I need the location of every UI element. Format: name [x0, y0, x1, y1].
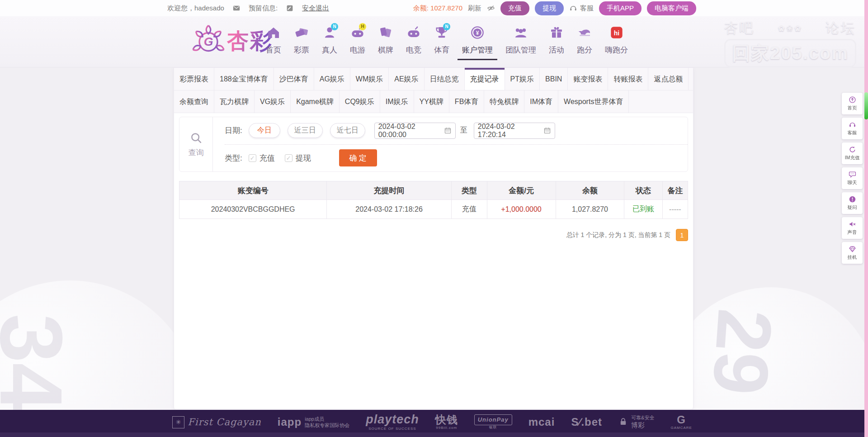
- table-cell: 1,027.8270: [556, 200, 624, 219]
- pagination-summary: 总计 1 个记录, 分为 1 页, 当前第 1 页: [566, 231, 670, 239]
- message-icon[interactable]: [232, 4, 241, 12]
- tab[interactable]: IM体育: [524, 90, 558, 113]
- tab[interactable]: CQ9娱乐: [340, 90, 380, 113]
- nav-item-promo[interactable]: 活动: [544, 25, 569, 60]
- scrollbar-track[interactable]: [864, 0, 868, 437]
- logout-link[interactable]: 安全退出: [302, 4, 329, 13]
- mobile-app-button[interactable]: 手机APP: [599, 1, 642, 15]
- tab[interactable]: WM娱乐: [350, 68, 389, 90]
- sidebar-item-chat[interactable]: 聊天: [842, 167, 863, 189]
- footer-band: [0, 432, 864, 437]
- calendar-icon[interactable]: [444, 127, 452, 134]
- tab[interactable]: Kgame棋牌: [291, 90, 340, 113]
- date-from-input[interactable]: 2024-03-02 00:00:00: [374, 123, 456, 139]
- date-from-value: 2024-03-02 00:00:00: [378, 123, 444, 139]
- tab[interactable]: BBIN: [540, 68, 568, 90]
- refresh-button[interactable]: 刷新: [468, 4, 481, 13]
- watermark-domain: 回家205.com: [724, 39, 856, 67]
- nav-item-hipaofen[interactable]: hi嗨跑分: [600, 25, 632, 60]
- tab[interactable]: YY棋牌: [414, 90, 449, 113]
- arrow-up-circle-icon: [849, 96, 856, 104]
- tab[interactable]: IM娱乐: [380, 90, 414, 113]
- nav-item-label: 电竞: [406, 45, 421, 55]
- nav-item-boardgames[interactable]: 棋牌: [373, 25, 398, 60]
- new-badge: H: [359, 23, 366, 30]
- tab[interactable]: 特兔棋牌: [484, 90, 524, 113]
- footer-logo-iapp: iappiapp成员隐私权专家国际协会: [278, 416, 349, 429]
- checkbox-label: 充值: [259, 153, 275, 163]
- tab[interactable]: VG娱乐: [255, 90, 291, 113]
- sidebar-item-im-recharge[interactable]: IM充值: [842, 142, 863, 164]
- deposit-button[interactable]: 充值: [500, 1, 529, 15]
- footer-logo-text: First Cagayan: [188, 417, 261, 428]
- sidebar-item-home[interactable]: 首页: [842, 93, 863, 114]
- type-filter-row: 类型: ✓充值✓提现 确 定: [225, 145, 688, 172]
- tab[interactable]: 返点总额: [648, 68, 689, 90]
- calendar-icon[interactable]: [543, 127, 551, 134]
- footer-logo-99bill: 快钱99Bill.com: [435, 414, 458, 431]
- tab[interactable]: 瓦力棋牌: [214, 90, 255, 113]
- sidebar-item-label: IM充值: [845, 154, 860, 161]
- customer-service-link[interactable]: 客服: [569, 4, 594, 13]
- sidebar-item-afk[interactable]: 挂机: [842, 242, 863, 264]
- footer-logo-text: mcai: [528, 416, 555, 428]
- content-panel: 彩票报表188金宝博体育沙巴体育AG娱乐WM娱乐AE娱乐日结总览充提记录PT娱乐…: [174, 67, 693, 410]
- nav-item-label: 团队管理: [505, 45, 536, 55]
- nav-item-live[interactable]: N真人: [317, 25, 342, 60]
- nav-item-esports[interactable]: 电竞: [401, 25, 426, 60]
- footer-logo-text: UnionPay: [474, 414, 512, 425]
- nav-item-label: 体育: [434, 45, 449, 55]
- tab[interactable]: AE娱乐: [389, 68, 424, 90]
- date-preset-last-7-days[interactable]: 近七日: [330, 123, 365, 138]
- tab[interactable]: 沙巴体育: [274, 68, 314, 90]
- tab[interactable]: 余额查询: [174, 90, 214, 113]
- tab[interactable]: 188金宝博体育: [214, 68, 274, 90]
- nav-item-home[interactable]: 首页: [261, 25, 286, 60]
- main-nav: 首页彩票N真人H电游棋牌电竞N体育¥账户管理团队管理活动跑分hi嗨跑分: [259, 25, 634, 60]
- table-header: 账变编号: [179, 181, 327, 200]
- nav-item-label: 活动: [549, 45, 564, 55]
- nav-item-label: 首页: [266, 45, 281, 55]
- tab[interactable]: 转账报表: [608, 68, 648, 90]
- withdraw-checkbox[interactable]: ✓提现: [285, 153, 311, 163]
- table-cell: -----: [662, 200, 688, 219]
- tab[interactable]: Wesports世界体育: [558, 90, 629, 113]
- nav-item-lottery[interactable]: 彩票: [289, 25, 314, 60]
- sidebar-item-sound[interactable]: 声音: [842, 217, 863, 239]
- report-tabs-row2: 余额查询瓦力棋牌VG娱乐Kgame棋牌CQ9娱乐IM娱乐YY棋牌FB体育特兔棋牌…: [174, 90, 693, 113]
- scrollbar-thumb[interactable]: [864, 92, 868, 119]
- tab[interactable]: 彩票报表: [174, 68, 214, 90]
- page-1-button[interactable]: 1: [676, 229, 688, 241]
- footer-logo-text: G: [677, 414, 686, 426]
- nav-item-sports[interactable]: N体育: [429, 25, 454, 60]
- footer-logo-subtext: SOURCE OF SUCCESS: [368, 427, 416, 431]
- sidebar-item-service[interactable]: 客服: [842, 118, 863, 139]
- tab[interactable]: PT娱乐: [505, 68, 540, 90]
- date-to-input[interactable]: 2024-03-02 17:20:14: [474, 123, 555, 139]
- date-preset-today[interactable]: 今日: [249, 123, 280, 138]
- edit-icon[interactable]: [286, 4, 294, 12]
- nav-item-label: 彩票: [294, 45, 309, 55]
- tab[interactable]: AG娱乐: [314, 68, 350, 90]
- tab[interactable]: 充提记录: [465, 68, 505, 90]
- logo-flower-icon: G: [192, 24, 225, 58]
- withdraw-button[interactable]: 提现: [535, 1, 564, 15]
- nav-item-egames[interactable]: H电游: [345, 25, 370, 60]
- tab[interactable]: FB体育: [449, 90, 484, 113]
- confirm-button[interactable]: 确 定: [339, 149, 377, 166]
- eye-off-icon[interactable]: [487, 4, 495, 12]
- tab[interactable]: 账变报表: [568, 68, 608, 90]
- footer-logo-playtech: playtechSOURCE OF SUCCESS: [366, 413, 419, 431]
- nav-item-paofen[interactable]: 跑分: [572, 25, 597, 60]
- watermark-text-right: 论坛: [826, 19, 856, 38]
- nav-item-account[interactable]: ¥账户管理: [458, 25, 497, 60]
- date-preset-last-3-days[interactable]: 近三日: [288, 123, 323, 138]
- team-icon: [505, 25, 536, 43]
- nav-item-label: 电游: [350, 45, 365, 55]
- pc-client-button[interactable]: 电脑客户端: [647, 1, 696, 15]
- tab[interactable]: 日结总览: [425, 68, 465, 90]
- footer-logo-mcai: mcai: [528, 416, 555, 428]
- sidebar-item-question[interactable]: 疑问: [842, 192, 863, 214]
- nav-item-team[interactable]: 团队管理: [501, 25, 541, 60]
- deposit-checkbox[interactable]: ✓充值: [249, 153, 275, 163]
